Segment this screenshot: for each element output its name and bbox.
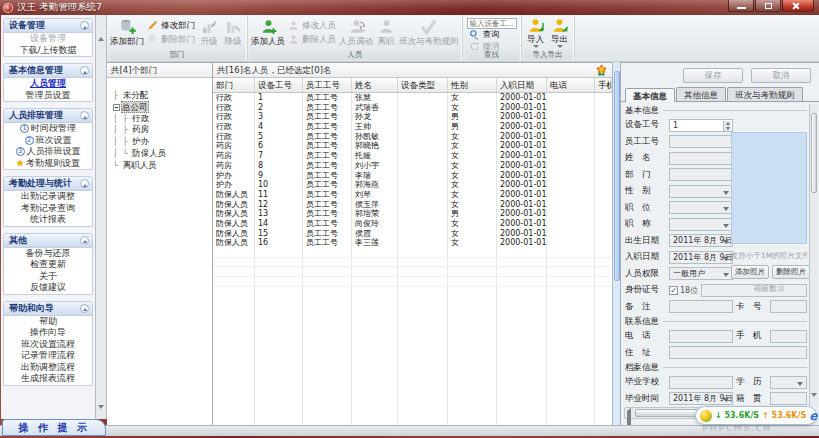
form-select[interactable]: 2011年 8月 9日 — [669, 392, 733, 405]
form-select[interactable] — [669, 218, 733, 231]
sidebar-item[interactable]: 管理员设置 — [4, 90, 92, 102]
form-select[interactable] — [770, 376, 807, 389]
sidebar-item[interactable]: 生成报表流程 — [4, 373, 92, 385]
tree-node[interactable]: │ └ 防保人员 — [113, 148, 212, 160]
form-input[interactable] — [669, 152, 733, 165]
ribbon-button[interactable]: 添加人员 — [250, 16, 286, 50]
cancel-button[interactable]: 取消 — [751, 68, 811, 83]
ribbon-button[interactable]: 删除部门 — [145, 33, 197, 47]
form-input[interactable] — [669, 376, 733, 389]
form-select[interactable]: 2011年 8月 9日 — [669, 234, 733, 247]
sidebar-item[interactable]: 帮助 — [4, 316, 92, 328]
tab-基本信息[interactable]: 基本信息 — [625, 88, 675, 102]
table-row[interactable]: 防保人员13员工工号郭培荣男2000-01-01 — [213, 209, 612, 219]
ribbon-button[interactable]: 升级 — [197, 16, 221, 50]
tab-其他信息[interactable]: 其他信息 — [676, 87, 726, 101]
table-row[interactable]: 防保人员14员工工号尚俊玲女2000-01-01 — [213, 219, 612, 229]
sidebar-item[interactable]: 操作向导 — [4, 327, 92, 339]
sidebar-group-header[interactable]: 帮助和向导 — [4, 302, 92, 316]
sidebar-group-header[interactable]: 人员排班管理 — [4, 109, 92, 123]
table-scrollbar[interactable] — [612, 62, 620, 425]
table-row[interactable]: 行政5员工工号孙凯敏女2000-01-01 — [213, 132, 612, 142]
sidebar-item[interactable]: 出勤调整流程 — [4, 362, 92, 374]
sidebar-group-header[interactable]: 基本信息管理 — [4, 64, 92, 78]
table-row[interactable]: 行政1员工工号张慧女2000-01-01 — [213, 93, 612, 103]
column-header[interactable]: 手机 — [595, 78, 612, 92]
form-select[interactable]: 一般用户 — [669, 267, 733, 280]
sidebar-item[interactable]: 下载/上传数据 — [4, 45, 92, 57]
form-input[interactable] — [770, 330, 807, 343]
form-select[interactable] — [669, 201, 733, 214]
table-row[interactable]: 药房8员工工号刘小宇女2000-01-01 — [213, 161, 612, 171]
column-header[interactable]: 性别 — [448, 78, 497, 92]
ribbon-button[interactable]: 导入 — [524, 16, 548, 50]
tree-node[interactable]: │ ├ 行政 — [113, 113, 212, 125]
sidebar-item[interactable]: 出勤记录调整 — [4, 191, 92, 203]
sidebar-item[interactable]: 记录管理流程 — [4, 350, 92, 362]
form-input[interactable] — [669, 346, 807, 359]
ribbon-button[interactable]: 查询 — [467, 29, 517, 41]
column-header[interactable]: 设备工号 — [255, 78, 303, 92]
spinner-control[interactable] — [723, 121, 731, 131]
table-row[interactable]: 防保人员15员工工号侯霞女2000-01-01 — [213, 229, 612, 239]
table-row[interactable]: 行政2员工工号武瑞香女2000-01-01 — [213, 103, 612, 113]
sidebar-scrollbar[interactable] — [96, 15, 107, 419]
form-select[interactable] — [669, 185, 733, 198]
column-header[interactable]: 入职日期 — [497, 78, 547, 92]
save-button[interactable]: 保存 — [683, 68, 743, 83]
tab-班次与考勤规则[interactable]: 班次与考勤规则 — [727, 87, 803, 101]
table-row[interactable]: 行政3员工工号孙龙男2000-01-01 — [213, 112, 612, 122]
ribbon-button[interactable]: 人员调动 — [338, 16, 374, 50]
table-row[interactable]: 防保人员12员工工号侯玉萍女2000-01-01 — [213, 200, 612, 210]
sidebar-item[interactable]: ★考勤规则设置 — [4, 158, 92, 170]
sidebar-group-header[interactable]: 考勤处理与统计 — [4, 177, 92, 191]
sidebar-item[interactable]: 2班次设置 — [4, 135, 92, 147]
sidebar-item[interactable]: 考勤记录查询 — [4, 203, 92, 215]
ribbon-button[interactable]: 修改人员 — [286, 19, 338, 33]
form-input[interactable] — [669, 168, 733, 181]
device-id-search-input[interactable] — [467, 18, 517, 29]
column-header[interactable]: 姓名 — [352, 78, 398, 92]
ribbon-button[interactable]: 修改部门 — [145, 19, 197, 33]
table-row[interactable]: 护办9员工工号李瑞女2000-01-01 — [213, 171, 612, 181]
column-header[interactable]: 设备类型 — [398, 78, 448, 92]
sidebar-group-header[interactable]: 其他 — [4, 234, 92, 248]
table-row[interactable]: 行政4员工工号王帅男2000-01-01 — [213, 122, 612, 132]
ribbon-button[interactable]: 删除人员 — [286, 33, 338, 47]
operation-tips-tab[interactable]: 操 作 提 示 — [2, 419, 106, 436]
form-input[interactable]: 1 — [669, 119, 733, 132]
column-header[interactable]: 电话 — [547, 78, 595, 92]
ribbon-button[interactable]: 班次与考勤规则 — [398, 16, 460, 50]
sidebar-item[interactable]: 备份与还原 — [4, 248, 92, 260]
add-photo-button[interactable]: 添加照片 — [731, 265, 769, 279]
table-row[interactable]: 护办10员工工号郭海燕女2000-01-01 — [213, 180, 612, 190]
form-input[interactable] — [669, 135, 733, 148]
sidebar-item[interactable]: 班次设置流程 — [4, 339, 92, 351]
close-button[interactable] — [782, 0, 814, 12]
ribbon-button[interactable]: 离职 — [374, 16, 398, 50]
table-row[interactable]: 药房7员工工号托娅女2000-01-01 — [213, 151, 612, 161]
table-row[interactable]: 药房6员工工号郭晓艳女2000-01-01 — [213, 141, 612, 151]
sidebar-item[interactable]: 1时间段管理 — [4, 123, 92, 135]
remove-photo-button[interactable]: 删除照片 — [772, 265, 810, 279]
minimize-button[interactable] — [728, 0, 754, 12]
form-input[interactable] — [770, 300, 807, 313]
form-input[interactable] — [669, 300, 733, 313]
form-input[interactable] — [669, 330, 733, 343]
maximize-button[interactable] — [755, 0, 781, 12]
ribbon-button[interactable]: 添加部门 — [109, 16, 145, 50]
tree-node[interactable]: └ 离职人员 — [113, 160, 212, 172]
sidebar-item[interactable]: 关于 — [4, 271, 92, 283]
tree-node[interactable]: │ ├ 药房 — [113, 124, 212, 136]
sidebar-group-header[interactable]: 设备管理 — [4, 19, 92, 33]
sidebar-item[interactable]: 设备管理 — [4, 33, 92, 45]
tree-node[interactable]: 总公司 — [113, 102, 212, 113]
sidebar-item[interactable]: 3人员排班设置 — [4, 146, 92, 158]
sidebar-item[interactable]: 检查更新 — [4, 259, 92, 271]
column-header[interactable]: 部门 — [213, 78, 255, 92]
table-row[interactable]: 防保人员11员工工号刘琴女2000-01-01 — [213, 190, 612, 200]
sidebar-item[interactable]: 统计报表 — [4, 214, 92, 226]
column-header[interactable]: 员工工号 — [303, 78, 352, 92]
sidebar-item[interactable]: 人员管理 — [4, 78, 92, 90]
id-18-checkbox[interactable]: ✓ — [669, 286, 678, 295]
